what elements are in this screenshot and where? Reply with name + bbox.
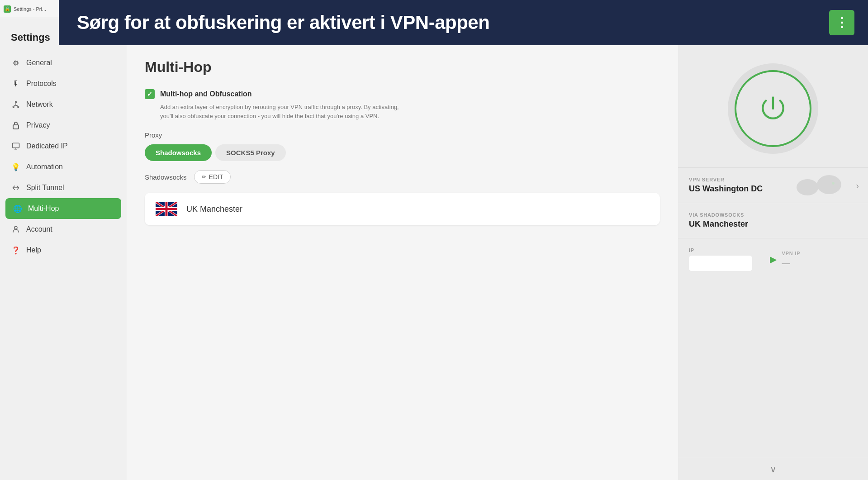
sidebar-item-privacy[interactable]: Privacy	[0, 115, 127, 136]
sidebar-item-split-tunnel[interactable]: Split Tunnel	[0, 177, 127, 198]
vpn-server-section[interactable]: VPN SERVER US Washington DC ›	[678, 167, 868, 203]
sidebar-label-account: Account	[26, 225, 52, 233]
arrow-right-icon: ▶	[770, 254, 777, 265]
svg-line-4	[14, 105, 16, 106]
top-banner: Sørg for at obfuskering er aktivert i VP…	[59, 0, 868, 45]
main-content: Multi-Hop Multi-hop and Obfuscation Add …	[127, 45, 678, 480]
edit-label: EDIT	[209, 173, 223, 181]
svg-point-11	[817, 175, 841, 194]
socks5-button[interactable]: SOCKS5 Proxy	[215, 144, 286, 161]
title-bar: Settings - Pri...	[0, 0, 59, 18]
chevron-right-icon: ›	[856, 180, 859, 190]
vpn-ip-col: VPN IP —	[782, 251, 858, 268]
pencil-icon: ✏	[202, 174, 206, 180]
network-icon	[11, 100, 21, 109]
checkbox-section: Multi-hop and Obfuscation Add an extra l…	[145, 89, 660, 120]
dedicated-ip-icon	[11, 141, 21, 151]
proxy-label: Proxy	[145, 131, 660, 139]
sidebar-label-dedicated-ip: Dedicated IP	[26, 142, 68, 150]
gear-icon: ⚙	[11, 58, 21, 68]
vpn-ip-value: —	[782, 259, 858, 268]
title-bar-label: Settings - Pri...	[14, 6, 46, 12]
svg-rect-6	[13, 125, 19, 129]
uk-flag	[156, 202, 177, 216]
dots-icon: ⋮	[835, 16, 849, 29]
app-icon	[4, 5, 11, 13]
svg-point-8	[14, 226, 17, 229]
sidebar-item-account[interactable]: Account	[0, 219, 127, 240]
bottom-chevron-section[interactable]: ∨	[678, 458, 868, 480]
page-title: Multi-Hop	[145, 59, 660, 76]
shadowsocks-row: Shadowsocks ✏ EDIT	[145, 170, 660, 184]
mic-icon: 🎙	[11, 79, 21, 89]
svg-point-10	[797, 179, 818, 195]
ip-section: IP ▶ VPN IP —	[678, 238, 868, 280]
sidebar-label-general: General	[26, 59, 52, 67]
help-icon: ❓	[11, 245, 21, 255]
sidebar-label-network: Network	[26, 100, 53, 109]
checkbox-row: Multi-hop and Obfuscation	[145, 89, 660, 99]
via-shadowsocks-section: VIA SHADOWSOCKS UK Manchester	[678, 203, 868, 238]
edit-button[interactable]: ✏ EDIT	[194, 170, 231, 184]
multihop-description: Add an extra layer of encryption by rero…	[160, 103, 409, 120]
banner-text: Sørg for at obfuskering er aktivert i VP…	[77, 12, 489, 33]
sidebar-item-general[interactable]: ⚙ General	[0, 52, 127, 73]
power-section	[678, 45, 868, 167]
svg-point-0	[15, 101, 17, 103]
chevron-down-icon: ∨	[770, 464, 777, 475]
sidebar-item-dedicated-ip[interactable]: Dedicated IP	[0, 136, 127, 157]
globe-icon: 🌐	[13, 204, 23, 214]
power-button[interactable]	[728, 63, 818, 154]
right-panel: VPN SERVER US Washington DC › VIA SHADOW…	[678, 45, 868, 480]
ip-row: IP ▶ VPN IP —	[689, 247, 857, 271]
proxy-buttons: Shadowsocks SOCKS5 Proxy	[145, 144, 660, 161]
via-shadowsocks-value: UK Manchester	[689, 219, 857, 229]
shadowsocks-button[interactable]: Shadowsocks	[145, 144, 212, 161]
via-shadowsocks-label: VIA SHADOWSOCKS	[689, 212, 857, 218]
account-icon	[11, 224, 21, 234]
sidebar-item-automation[interactable]: 💡 Automation	[0, 157, 127, 177]
ip-value-box	[689, 256, 752, 271]
map-icon	[791, 172, 845, 200]
multihop-checkbox[interactable]	[145, 89, 155, 99]
server-card[interactable]: UK Manchester	[145, 193, 660, 225]
sidebar-item-protocols[interactable]: 🎙 Protocols	[0, 73, 127, 94]
svg-point-1	[13, 106, 14, 108]
sidebar-label-help: Help	[26, 246, 41, 254]
sidebar: Settings ⚙ General 🎙 Protocols Network P…	[0, 18, 127, 480]
automation-icon: 💡	[11, 162, 21, 172]
split-tunnel-icon	[11, 183, 21, 193]
svg-rect-7	[13, 143, 19, 148]
sidebar-item-multi-hop[interactable]: 🌐 Multi-Hop	[5, 198, 121, 219]
multihop-label: Multi-hop and Obfuscation	[160, 90, 252, 98]
sidebar-item-help[interactable]: ❓ Help	[0, 240, 127, 261]
power-circle-inner	[735, 70, 811, 147]
sidebar-label-split-tunnel: Split Tunnel	[26, 184, 64, 192]
ip-label: IP	[689, 247, 764, 253]
vpn-ip-label: VPN IP	[782, 251, 858, 256]
sidebar-label-automation: Automation	[26, 163, 63, 171]
more-options-button[interactable]: ⋮	[829, 10, 854, 35]
lock-icon	[11, 120, 21, 130]
power-icon	[757, 93, 789, 124]
svg-point-2	[18, 106, 19, 108]
sidebar-label-multi-hop: Multi-Hop	[28, 204, 59, 213]
server-name: UK Manchester	[186, 204, 242, 214]
ip-col: IP	[689, 247, 764, 271]
svg-point-12	[832, 182, 835, 185]
sidebar-item-network[interactable]: Network	[0, 94, 127, 115]
sidebar-label-protocols: Protocols	[26, 80, 57, 88]
shadowsocks-row-label: Shadowsocks	[145, 173, 187, 181]
sidebar-label-privacy: Privacy	[26, 121, 50, 129]
svg-line-5	[16, 105, 18, 106]
